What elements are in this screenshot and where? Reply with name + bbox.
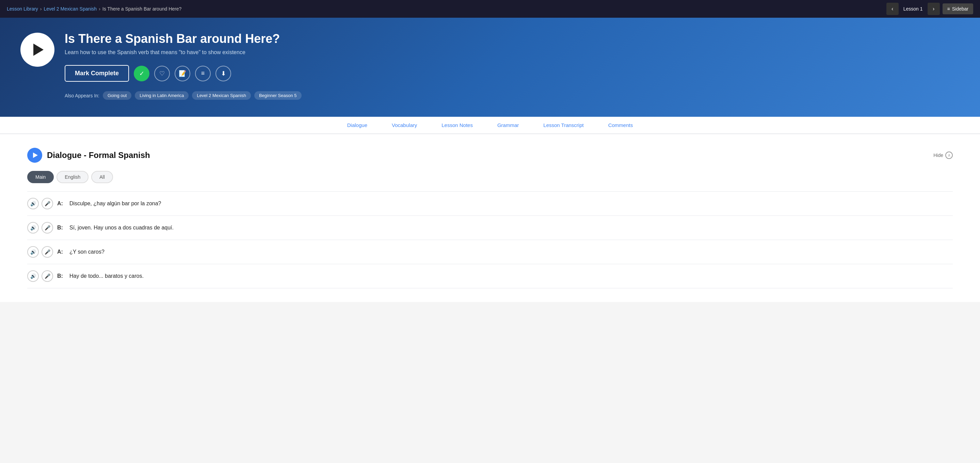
mic-icon-4[interactable]: 🎤 [41,270,53,282]
favorite-button[interactable]: ♡ [154,66,170,81]
chevron-up-icon: ∧ [945,151,953,159]
breadcrumb-level[interactable]: Level 2 Mexican Spanish [44,6,97,11]
speaker-icon-2[interactable]: 🔊 [27,222,39,234]
prev-lesson-button[interactable]: ‹ [886,3,899,15]
lines-icon: ≡ [201,70,205,77]
hero-text: Is There a Spanish Bar around Here? Lear… [65,31,959,100]
speaker-icon-4[interactable]: 🔊 [27,270,39,282]
hero-title: Is There a Spanish Bar around Here? [65,31,959,46]
line-text-a2: ¿Y son caros? [70,249,105,255]
mic-icon-2[interactable]: 🎤 [41,222,53,234]
breadcrumb: Lesson Library › Level 2 Mexican Spanish… [7,6,181,11]
heart-icon: ♡ [159,70,165,77]
also-appears-label: Also Appears In: [65,93,99,99]
table-row: 🔊 🎤 B: Sí, joven. Hay unos a dos cuadras… [27,216,953,240]
breadcrumb-sep2: › [99,6,100,11]
hero-play-button[interactable] [21,33,54,67]
line-text-b1: Sí, joven. Hay unos a dos cuadras de aqu… [70,225,173,231]
hero-content: Is There a Spanish Bar around Here? Lear… [21,31,959,100]
sidebar-label: Sidebar [952,6,969,11]
main-content: Dialogue - Formal Spanish Hide ∧ Main En… [0,134,980,302]
completed-check-button[interactable]: ✓ [134,66,150,81]
mic-icon-1[interactable]: 🎤 [41,198,53,209]
line-text-b2: Hay de todo... baratos y caros. [70,273,144,279]
hide-button[interactable]: Hide ∧ [933,151,953,159]
tab-lesson-notes[interactable]: Lesson Notes [429,117,485,134]
also-appears-section: Also Appears In: Going out Living in Lat… [65,91,959,100]
dialogue-lines: 🔊 🎤 A: Disculpe, ¿hay algún bar por la z… [27,191,953,288]
filter-buttons: Main English All [27,171,953,183]
tab-comments[interactable]: Comments [596,117,645,134]
line-icons-4: 🔊 🎤 [27,270,53,282]
hero-subtitle: Learn how to use the Spanish verb that m… [65,49,959,56]
dialogue-header-left: Dialogue - Formal Spanish [27,148,150,163]
tab-grammar[interactable]: Grammar [485,117,531,134]
notes-button[interactable]: 📝 [175,66,190,81]
mark-complete-button[interactable]: Mark Complete [65,65,129,82]
tab-nav: Dialogue Vocabulary Lesson Notes Grammar… [0,117,980,134]
speaker-label-b2: B: [57,273,65,279]
tag-beginner[interactable]: Beginner Season 5 [254,91,302,100]
speaker-icon-1[interactable]: 🔊 [27,198,39,209]
filter-main-button[interactable]: Main [27,171,54,183]
hide-label: Hide [933,153,943,158]
dialogue-play-icon [33,153,38,158]
mic-icon-3[interactable]: 🎤 [41,246,53,258]
hero-section: Is There a Spanish Bar around Here? Lear… [0,18,980,117]
nav-right: ‹ Lesson 1 › ≡ Sidebar [886,3,973,15]
speaker-label-a1: A: [57,200,65,207]
list-button[interactable]: ≡ [195,66,211,81]
table-row: 🔊 🎤 A: Disculpe, ¿hay algún bar por la z… [27,192,953,216]
speaker-icon-3[interactable]: 🔊 [27,246,39,258]
breadcrumb-current: Is There a Spanish Bar around Here? [102,6,181,11]
clipboard-icon: 📝 [179,70,186,77]
dialogue-title: Dialogue - Formal Spanish [47,151,150,160]
play-triangle-icon [33,44,44,56]
line-text-a1: Disculpe, ¿hay algún bar por la zona? [70,200,161,207]
top-nav: Lesson Library › Level 2 Mexican Spanish… [0,0,980,18]
dialogue-header: Dialogue - Formal Spanish Hide ∧ [27,148,953,163]
line-icons-2: 🔊 🎤 [27,222,53,234]
line-icons-3: 🔊 🎤 [27,246,53,258]
table-row: 🔊 🎤 B: Hay de todo... baratos y caros. [27,264,953,288]
next-lesson-button[interactable]: › [928,3,940,15]
sidebar-button[interactable]: ≡ Sidebar [943,3,973,14]
sidebar-icon: ≡ [947,6,950,11]
speaker-label-a2: A: [57,249,65,255]
table-row: 🔊 🎤 A: ¿Y son caros? [27,240,953,264]
tag-level2[interactable]: Level 2 Mexican Spanish [192,91,251,100]
checkmark-icon: ✓ [139,70,144,77]
tab-lesson-transcript[interactable]: Lesson Transcript [531,117,596,134]
breadcrumb-sep1: › [40,6,42,11]
download-icon: ⬇ [221,70,226,77]
line-icons-1: 🔊 🎤 [27,198,53,209]
filter-all-button[interactable]: All [91,171,113,183]
hero-actions: Mark Complete ✓ ♡ 📝 ≡ ⬇ [65,65,959,82]
tab-vocabulary[interactable]: Vocabulary [380,117,429,134]
breadcrumb-library[interactable]: Lesson Library [7,6,38,11]
speaker-label-b1: B: [57,225,65,231]
tag-going-out[interactable]: Going out [103,91,131,100]
lesson-label: Lesson 1 [901,6,925,11]
dialogue-play-button[interactable] [27,148,42,163]
filter-english-button[interactable]: English [57,171,89,183]
tab-dialogue[interactable]: Dialogue [335,117,380,134]
tag-latin-america[interactable]: Living in Latin America [135,91,189,100]
download-button[interactable]: ⬇ [215,66,231,81]
